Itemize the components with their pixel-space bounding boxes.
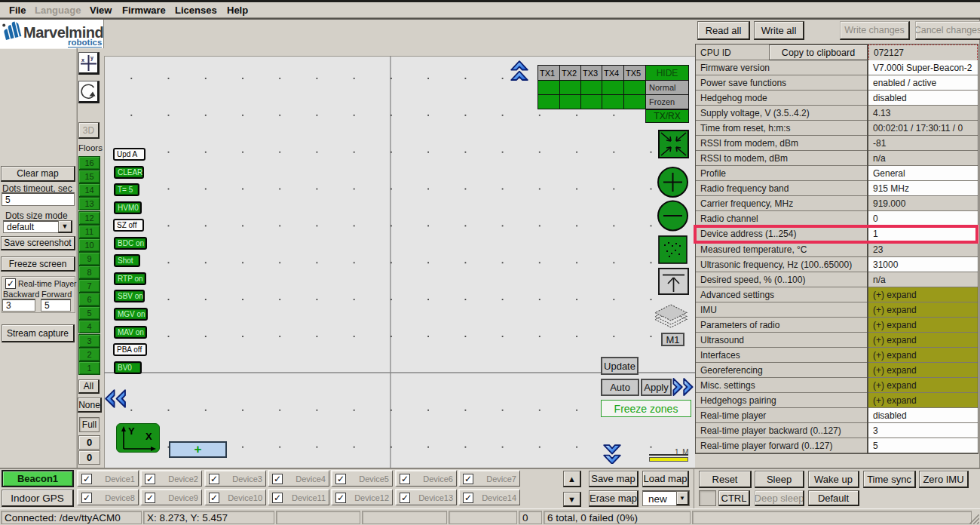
svg-text:Y: Y xyxy=(128,425,135,437)
svg-text:X: X xyxy=(145,431,152,442)
svg-text:y: y xyxy=(90,55,93,61)
svg-text:x: x xyxy=(81,57,84,63)
